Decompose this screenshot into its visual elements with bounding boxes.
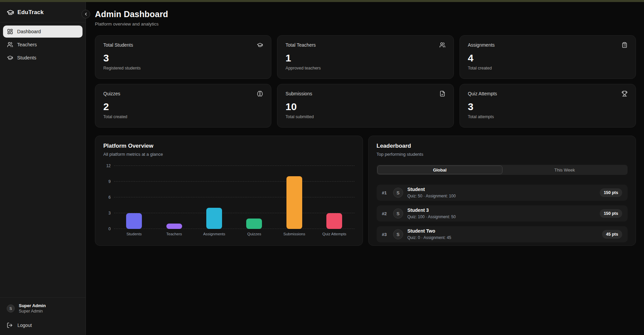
chart-bars [114,166,355,229]
user-info: S Super Admin Super Admin [7,303,79,314]
points-badge: 150 pts [600,188,622,197]
graduation-cap-icon [257,42,263,48]
logout-button[interactable]: Logout [7,322,79,328]
chart-bar-quizzes[interactable] [246,219,262,229]
x-tick-label: Quizzes [234,232,274,236]
y-tick-label: 12 [106,163,111,168]
x-tick-label: Submissions [274,232,314,236]
chart-y-axis: 036912 [103,166,114,229]
clipboard-list-icon [622,42,628,48]
platform-overview-panel: Platform Overview All platform metrics a… [95,136,363,246]
sidebar-collapse-button[interactable] [82,10,90,18]
panels-grid: Platform Overview All platform metrics a… [95,136,636,246]
sidebar: EduTrack Dashboard Teachers Students S S… [0,2,86,335]
stat-card-submissions: Submissions 10 Total submitted [277,84,453,128]
sidebar-item-label: Students [17,55,36,60]
bar-slot [194,166,234,229]
y-tick-label: 0 [108,227,111,231]
stat-caption: Total attempts [468,114,628,119]
sidebar-item-label: Dashboard [17,29,41,34]
bar-slot [114,166,154,229]
points-badge: 45 pts [602,230,622,239]
avatar: S [393,229,403,239]
graduation-cap-icon [7,9,14,16]
leaderboard-row[interactable]: #2 S Student 3 Quiz: 100 · Assignment: 5… [377,205,628,222]
stat-caption: Registered students [103,66,263,70]
tab-global[interactable]: Global [377,165,502,174]
chart-bar-students[interactable] [126,213,142,229]
layout-dashboard-icon [7,29,13,35]
points-badge: 150 pts [600,209,622,218]
page-title: Admin Dashboard [95,9,636,19]
student-name: Student Two [408,229,451,234]
stat-value: 3 [468,102,628,112]
stat-card-quiz-attempts: Quiz Attempts 3 Total attempts [460,84,636,128]
student-name: Student [408,187,456,192]
chevron-left-icon [84,12,88,16]
stat-value: 1 [285,53,445,63]
student-scores: Quiz: 50 · Assignment: 100 [408,194,456,198]
tab-this-week[interactable]: This Week [502,165,627,174]
page-header: Admin Dashboard Platform overview and an… [95,9,636,27]
leaderboard-title: Leaderboard [377,143,628,149]
bar-slot [314,166,354,229]
brand-logo: EduTrack [0,2,86,22]
avatar: S [393,208,403,219]
stat-caption: Total submitted [285,114,445,119]
rank-label: #1 [382,190,391,195]
users-icon [7,42,13,48]
chart-title: Platform Overview [103,143,355,149]
stat-card-total-teachers: Total Teachers 1 Approved teachers [277,35,453,79]
sidebar-nav: Dashboard Teachers Students [0,22,86,68]
leaderboard-rows: #1 S Student Quiz: 50 · Assignment: 100 … [377,185,628,242]
log-out-icon [7,322,13,328]
leaderboard-tabs: Global This Week [377,165,628,175]
stat-value: 3 [103,53,263,63]
x-tick-label: Quiz Attempts [314,232,354,236]
y-tick-label: 6 [108,195,111,200]
leaderboard-panel: Leaderboard Top performing students Glob… [368,136,636,246]
sidebar-item-teachers[interactable]: Teachers [3,39,83,51]
stat-caption: Approved teachers [285,66,445,70]
stat-value: 10 [285,102,445,112]
brand-name: EduTrack [17,9,44,16]
file-check-icon [439,91,445,97]
student-scores: Quiz: 100 · Assignment: 50 [408,214,456,219]
stat-title: Assignments [468,42,495,48]
bar-slot [154,166,194,229]
bar-slot [234,166,274,229]
avatar: S [7,304,15,313]
stat-card-quizzes: Quizzes 2 Total created [95,84,271,128]
x-tick-label: Assignments [194,232,234,236]
y-tick-label: 3 [108,211,111,216]
chart-bar-submissions[interactable] [286,176,302,229]
chart-bar-quiz-attempts[interactable] [326,213,342,229]
stat-title: Total Teachers [285,42,316,48]
x-tick-label: Students [114,232,154,236]
main-content: Admin Dashboard Platform overview and an… [86,0,644,246]
chart-x-labels: StudentsTeachersAssignmentsQuizzesSubmis… [114,232,355,236]
stat-title: Quiz Attempts [468,91,497,96]
rank-label: #2 [382,211,391,216]
rank-label: #3 [382,232,391,237]
sidebar-footer: S Super Admin Super Admin Logout [0,297,86,335]
leaderboard-subtitle: Top performing students [377,152,628,157]
sidebar-item-students[interactable]: Students [3,52,83,64]
student-scores: Quiz: 0 · Assignment: 45 [408,235,451,240]
graduation-cap-icon [7,55,13,61]
avatar: S [393,188,403,198]
chart-bar-teachers[interactable] [166,224,182,229]
chart-bar-assignments[interactable] [206,208,222,229]
leaderboard-row[interactable]: #1 S Student Quiz: 50 · Assignment: 100 … [377,185,628,201]
user-name: Super Admin [19,303,46,308]
chart-plot [114,166,355,229]
stat-caption: Total created [103,114,263,119]
student-name: Student 3 [408,208,456,213]
x-tick-label: Teachers [154,232,194,236]
sidebar-item-dashboard[interactable]: Dashboard [3,26,83,38]
leaderboard-row[interactable]: #3 S Student Two Quiz: 0 · Assignment: 4… [377,226,628,242]
bar-slot [274,166,314,229]
trophy-icon [622,91,628,97]
stat-title: Quizzes [103,91,120,96]
stat-card-assignments: Assignments 4 Total created [460,35,636,79]
